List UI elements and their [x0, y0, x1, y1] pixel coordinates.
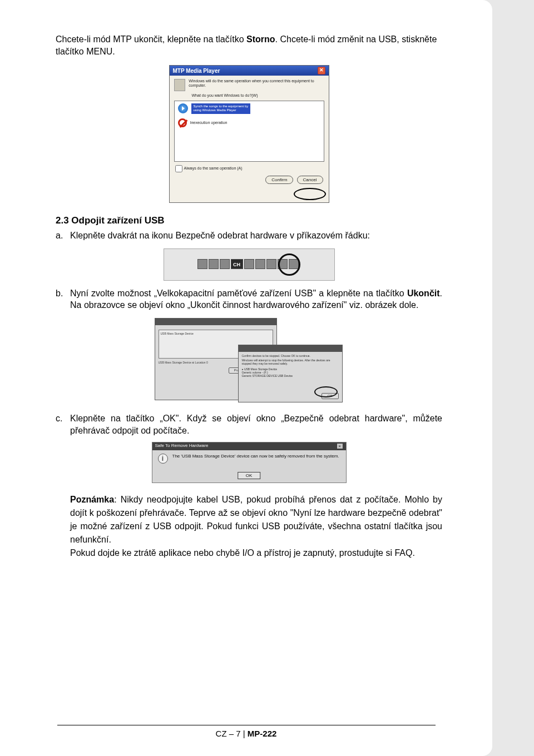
- tray-icon: [244, 259, 254, 269]
- tray-highlight-circle: [278, 253, 300, 276]
- device-entry: USB Mass Storage Device: [161, 332, 194, 335]
- stop-device-dialog: Confirm devices to be stopped. Choose OK…: [238, 345, 343, 402]
- cancel-button[interactable]: Cancel: [297, 176, 323, 184]
- tray-icon: [266, 259, 276, 269]
- dialog-title: MTP Media Player: [173, 68, 220, 74]
- step-a: a. Klepněte dvakrát na ikonu Bezpečně od…: [56, 230, 442, 242]
- device-icon: [174, 79, 186, 91]
- dialog-msg: Windows will do the same operation when …: [189, 79, 324, 91]
- tray-screenshot: CH: [164, 248, 335, 281]
- intro-prefix: Chcete-li mód MTP ukončit, klepněte na t…: [56, 34, 246, 44]
- ok-button[interactable]: OK: [238, 472, 261, 479]
- play-icon: [178, 103, 188, 113]
- remove-hw-screenshot: USB Mass Storage Device USB Mass Storage…: [155, 318, 344, 406]
- intro-bold: Storno: [246, 34, 275, 44]
- close-icon[interactable]: ×: [337, 443, 343, 449]
- footer-rule: [57, 725, 436, 725]
- always-checkbox-row[interactable]: Always do the same operation (A): [170, 163, 329, 175]
- step-b: b. Nyní zvolte možnost „Velkokapacitní p…: [56, 287, 442, 311]
- dialog-option-sync[interactable]: Synch the songs to the equipment by usin…: [178, 103, 320, 113]
- always-checkbox[interactable]: [175, 165, 182, 172]
- intro-paragraph: Chcete-li mód MTP ukončit, klepněte na t…: [56, 33, 442, 57]
- step-c: c. Klepněte na tlačítko „OK". Když se ob…: [56, 412, 442, 436]
- tray-icon: [209, 259, 219, 269]
- prohibit-icon: [178, 118, 187, 127]
- tray-icon: [220, 259, 230, 269]
- mtp-dialog-screenshot: MTP Media Player ✕ Windows will do the s…: [169, 65, 329, 203]
- tray-icon: [197, 259, 207, 269]
- tray-icon: [255, 259, 265, 269]
- close-icon[interactable]: ✕: [318, 67, 325, 74]
- section-heading: 2.3 Odpojit zařízení USB: [56, 215, 442, 226]
- dialog-option-noaction[interactable]: Inexecution operation: [178, 118, 320, 127]
- ok-highlight-circle: [314, 386, 338, 397]
- safe-title: Safe To Remove Hardware: [155, 443, 209, 450]
- page-footer: CZ – 7 | MP-222: [0, 725, 492, 738]
- safe-remove-screenshot: Safe To Remove Hardware × i The 'USB Mas…: [152, 442, 347, 483]
- dialog-question: What do you want Windows to do?(W): [170, 93, 329, 100]
- note-paragraph: Poznámka: Nikdy neodpojujte kabel USB, p…: [70, 493, 442, 560]
- cancel-highlight-circle: [294, 188, 326, 200]
- tray-icon-ch: CH: [231, 259, 243, 269]
- safe-msg: The 'USB Mass Storage Device' device can…: [172, 454, 339, 459]
- info-icon: i: [158, 454, 168, 464]
- confirm-button[interactable]: Confirm: [265, 176, 293, 184]
